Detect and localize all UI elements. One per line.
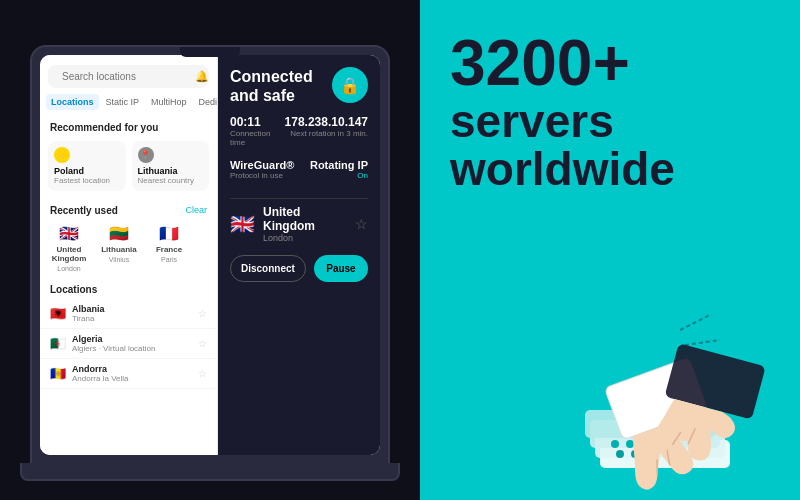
bell-icon: 🔔 xyxy=(195,70,209,83)
left-section: 🔔 Locations Static IP MultiHop Dedicated… xyxy=(0,0,420,500)
recent-lithuania[interactable]: 🇱🇹 Lithuania Vilnius xyxy=(98,224,140,272)
uk-city: London xyxy=(57,265,80,272)
ip-label: Next rotation in 3 min. xyxy=(285,129,368,138)
algeria-name: Algeria xyxy=(72,334,192,344)
headline-worldwide: worldwide xyxy=(450,145,776,193)
ip-value: 178.238.10.147 xyxy=(285,115,368,129)
rec-card-lithuania[interactable]: 📍 Lithuania Nearest country xyxy=(132,141,210,191)
vpn-main-panel: Connectedand safe 🔒 00:11 Connection tim… xyxy=(218,55,380,455)
recently-clear-button[interactable]: Clear xyxy=(185,205,207,215)
albania-info: Albania Tirana xyxy=(72,304,192,323)
current-country-star[interactable]: ☆ xyxy=(355,216,368,232)
algeria-flag: 🇩🇿 xyxy=(50,336,66,351)
recently-header: Recently used Clear xyxy=(40,199,217,220)
svg-point-10 xyxy=(626,440,634,448)
uk-flag: 🇬🇧 xyxy=(59,224,79,243)
current-country-flag: 🇬🇧 xyxy=(230,212,255,236)
search-bar[interactable]: 🔔 xyxy=(48,65,209,88)
headline: 3200+ servers worldwide xyxy=(450,30,776,194)
recent-uk[interactable]: 🇬🇧 United Kingdom London xyxy=(48,224,90,272)
albania-city: Tirana xyxy=(72,314,192,323)
albania-flag: 🇦🇱 xyxy=(50,306,66,321)
andorra-flag: 🇦🇩 xyxy=(50,366,66,381)
andorra-star[interactable]: ☆ xyxy=(198,368,207,379)
rec-poland-name: Poland xyxy=(54,166,120,176)
country-row: 🇬🇧 United Kingdom London ☆ xyxy=(230,205,368,243)
current-country-city: London xyxy=(263,233,347,243)
svg-point-6 xyxy=(616,450,624,458)
rotating-ip-block: Rotating IP On xyxy=(310,159,368,180)
fr-city: Paris xyxy=(161,256,177,263)
current-country-name: United Kingdom xyxy=(263,205,347,233)
recommended-cards: ⚡ Poland Fastest location 📍 Lithuania Ne… xyxy=(40,137,217,199)
fr-country: France xyxy=(156,245,182,254)
algeria-star[interactable]: ☆ xyxy=(198,338,207,349)
andorra-info: Andorra Andorra la Vella xyxy=(72,364,192,383)
rec-card-poland[interactable]: ⚡ Poland Fastest location xyxy=(48,141,126,191)
current-country-info: United Kingdom London xyxy=(263,205,347,243)
svg-point-9 xyxy=(611,440,619,448)
recent-france[interactable]: 🇫🇷 France Paris xyxy=(148,224,190,272)
laptop-base xyxy=(20,463,400,481)
stats-row: 00:11 Connection time 178.238.10.147 Nex… xyxy=(230,115,368,147)
protocol-block: WireGuard® Protocol in use xyxy=(230,159,294,180)
ip-block: 178.238.10.147 Next rotation in 3 min. xyxy=(285,115,368,147)
vpn-sidebar: 🔔 Locations Static IP MultiHop Dedicated… xyxy=(40,55,218,455)
tab-dedicated-ip[interactable]: Dedicated IP xyxy=(194,94,218,110)
rec-lithuania-name: Lithuania xyxy=(138,166,204,176)
pin-icon: 📍 xyxy=(138,147,154,163)
connected-header: Connectedand safe 🔒 xyxy=(230,67,368,105)
laptop-mockup: 🔔 Locations Static IP MultiHop Dedicated… xyxy=(30,45,390,465)
sidebar-tabs: Locations Static IP MultiHop Dedicated I… xyxy=(40,94,217,110)
tab-locations[interactable]: Locations xyxy=(46,94,99,110)
connection-time-label: Connection time xyxy=(230,129,285,147)
andorra-city: Andorra la Vella xyxy=(72,374,192,383)
protocol-sub: Protocol in use xyxy=(230,171,294,180)
illustration xyxy=(520,220,800,500)
action-buttons: Disconnect Pause xyxy=(230,255,368,282)
rotating-ip-value: On xyxy=(310,171,368,180)
protocol-name: WireGuard® xyxy=(230,159,294,171)
location-algeria[interactable]: 🇩🇿 Algeria Algiers · Virtual location ☆ xyxy=(40,329,217,359)
right-section: 3200+ servers worldwide xyxy=(420,0,800,500)
connection-time-block: 00:11 Connection time xyxy=(230,115,285,147)
andorra-name: Andorra xyxy=(72,364,192,374)
tab-static-ip[interactable]: Static IP xyxy=(101,94,145,110)
lightning-icon: ⚡ xyxy=(54,147,70,163)
location-andorra[interactable]: 🇦🇩 Andorra Andorra la Vella ☆ xyxy=(40,359,217,389)
search-input[interactable] xyxy=(62,71,189,82)
connection-time-value: 00:11 xyxy=(230,115,285,129)
tab-multihop[interactable]: MultiHop xyxy=(146,94,192,110)
headline-number: 3200+ xyxy=(450,30,776,97)
connected-title: Connectedand safe xyxy=(230,67,313,105)
lt-country: Lithuania xyxy=(101,245,137,254)
rec-poland-sub: Fastest location xyxy=(54,176,120,185)
rec-lithuania-sub: Nearest country xyxy=(138,176,204,185)
disconnect-button[interactable]: Disconnect xyxy=(230,255,306,282)
vpn-shield-icon: 🔒 xyxy=(332,67,368,103)
location-albania[interactable]: 🇦🇱 Albania Tirana ☆ xyxy=(40,299,217,329)
algeria-city: Algiers · Virtual location xyxy=(72,344,192,353)
svg-line-17 xyxy=(680,315,710,330)
lt-city: Vilnius xyxy=(109,256,130,263)
fr-flag: 🇫🇷 xyxy=(159,224,179,243)
rotating-ip-label: Rotating IP xyxy=(310,159,368,171)
pause-button[interactable]: Pause xyxy=(314,255,368,282)
headline-servers: servers xyxy=(450,97,776,145)
protocol-row: WireGuard® Protocol in use Rotating IP O… xyxy=(230,159,368,180)
cards-illustration xyxy=(520,220,800,500)
svg-line-18 xyxy=(685,340,720,345)
locations-title: Locations xyxy=(40,280,217,299)
recommended-title: Recommended for you xyxy=(40,118,217,137)
albania-name: Albania xyxy=(72,304,192,314)
lt-flag: 🇱🇹 xyxy=(109,224,129,243)
recently-used-list: 🇬🇧 United Kingdom London 🇱🇹 Lithuania Vi… xyxy=(40,220,217,280)
laptop-screen: 🔔 Locations Static IP MultiHop Dedicated… xyxy=(40,55,380,455)
recently-title: Recently used xyxy=(50,205,118,216)
divider xyxy=(230,198,368,199)
albania-star[interactable]: ☆ xyxy=(198,308,207,319)
uk-country: United Kingdom xyxy=(48,245,90,263)
algeria-info: Algeria Algiers · Virtual location xyxy=(72,334,192,353)
